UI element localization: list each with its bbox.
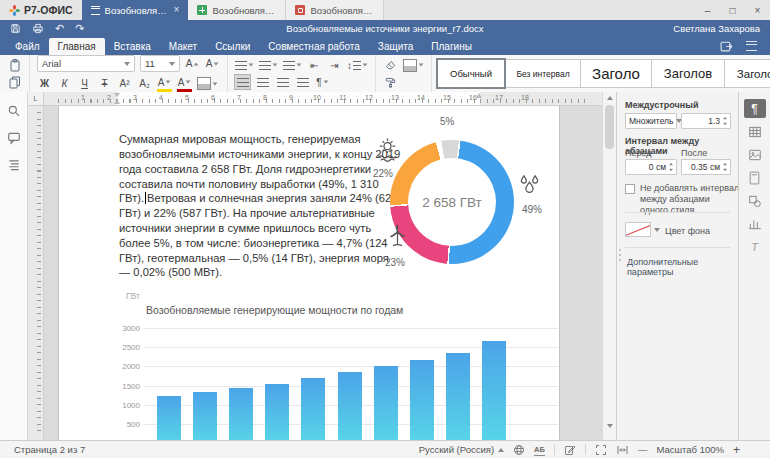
line-spacing-button[interactable]: ↕: [347, 58, 368, 72]
fit-width-button[interactable]: [616, 444, 629, 456]
bold-button[interactable]: Ж: [37, 77, 52, 91]
save-icon[interactable]: [10, 23, 21, 34]
spin-down-icon[interactable]: [723, 168, 727, 171]
open-file-location-icon[interactable]: [720, 41, 733, 52]
ribbon-tab[interactable]: Защита: [369, 38, 422, 55]
paragraph-shading-button[interactable]: [403, 58, 424, 72]
justify-button[interactable]: [295, 75, 310, 89]
spin-down-icon[interactable]: [669, 168, 673, 171]
same-style-checkbox[interactable]: [625, 184, 635, 194]
increase-font-button[interactable]: А: [185, 57, 200, 71]
spin-down-icon[interactable]: [723, 122, 727, 125]
paragraph[interactable]: Суммарная мировая мощность, генерируемая…: [119, 132, 401, 280]
decrease-indent-button[interactable]: ⇤: [307, 58, 322, 72]
align-center-button[interactable]: [255, 75, 270, 89]
image-settings-button[interactable]: [744, 145, 766, 164]
set-language-button[interactable]: [513, 444, 525, 456]
bar-chart[interactable]: ГВт Возобновляемые генерирующие мощности…: [114, 291, 579, 440]
nonprinting-chars-button[interactable]: ¶: [315, 75, 330, 89]
numbered-list-button[interactable]: [259, 58, 278, 72]
spellcheck-button[interactable]: АБ: [534, 445, 545, 454]
style-normal[interactable]: Обычный: [436, 58, 506, 89]
style-heading3[interactable]: Заголовс: [724, 59, 770, 88]
fit-page-button[interactable]: [595, 444, 607, 456]
style-heading1[interactable]: Заголо: [580, 59, 652, 88]
spin-up-icon[interactable]: [723, 163, 727, 166]
line-spacing-value-spinner[interactable]: 1.3: [681, 113, 731, 129]
style-heading2[interactable]: Заголов: [651, 59, 725, 88]
spin-up-icon[interactable]: [723, 117, 727, 120]
text-shading-button[interactable]: [197, 77, 218, 91]
strikeout-button[interactable]: Ŧ: [97, 77, 112, 91]
zoom-out-button[interactable]: —: [638, 444, 648, 455]
italic-button[interactable]: К: [57, 77, 72, 91]
background-color-swatch[interactable]: [625, 222, 651, 237]
language-select[interactable]: Русский (Россия): [419, 444, 504, 455]
tab-close-icon[interactable]: ×: [174, 5, 180, 15]
style-no-spacing[interactable]: Без интервал: [505, 59, 581, 88]
paragraph-settings-button[interactable]: ¶: [744, 99, 766, 118]
right-indent-marker[interactable]: [476, 93, 482, 98]
print-icon[interactable]: [32, 23, 44, 34]
panel-resize-grip[interactable]: [618, 238, 622, 272]
search-button[interactable]: [7, 104, 21, 118]
maximize-button[interactable]: □: [720, 1, 745, 20]
bullet-list-button[interactable]: [235, 58, 254, 72]
close-button[interactable]: ×: [745, 1, 770, 20]
tab-presentation[interactable]: Возобновляем...: [286, 0, 384, 20]
ribbon-tab[interactable]: Плагины: [422, 38, 481, 55]
navigation-button[interactable]: [7, 158, 21, 172]
text-art-settings-button[interactable]: Т: [744, 237, 766, 256]
font-color-button[interactable]: А: [177, 75, 192, 92]
multilevel-list-button[interactable]: [283, 58, 302, 72]
tab-stop-selector[interactable]: L: [28, 92, 44, 106]
subscript-button[interactable]: А₂: [137, 77, 152, 91]
font-size-select[interactable]: 11: [140, 55, 180, 72]
highlight-color-button[interactable]: А: [157, 75, 172, 92]
scroll-up-arrow[interactable]: [603, 92, 616, 104]
donut-chart[interactable]: 2 658 ГВт 5% 49% 23% 22%: [362, 114, 567, 296]
view-settings-icon[interactable]: [746, 41, 757, 51]
ribbon-tab[interactable]: Вставка: [105, 38, 160, 55]
line-spacing-mode-select[interactable]: Множитель: [625, 113, 677, 129]
ribbon-tab[interactable]: Файл: [6, 38, 49, 55]
table-settings-button[interactable]: [744, 122, 766, 141]
minimize-button[interactable]: –: [695, 1, 720, 20]
header-footer-settings-button[interactable]: [744, 168, 766, 187]
document-page[interactable]: Суммарная мировая мощность, генерируемая…: [58, 106, 560, 440]
increase-indent-button[interactable]: ⇥: [327, 58, 342, 72]
shape-settings-button[interactable]: [744, 191, 766, 210]
indent-marker[interactable]: [114, 93, 121, 104]
undo-icon[interactable]: ↶: [55, 23, 64, 34]
tab-spreadsheet[interactable]: Возобновляем...: [188, 0, 286, 20]
redo-icon[interactable]: ↷: [75, 23, 84, 34]
comments-button[interactable]: [7, 131, 21, 145]
chevron-down-icon[interactable]: [654, 228, 660, 232]
ribbon-tab[interactable]: Главная: [49, 38, 105, 55]
document-scrollbar[interactable]: [602, 92, 616, 440]
zoom-in-button[interactable]: +: [733, 443, 740, 457]
font-name-select[interactable]: Arial: [37, 55, 135, 72]
underline-button[interactable]: Ч: [77, 77, 92, 91]
track-changes-button[interactable]: [564, 444, 576, 456]
ribbon-tab[interactable]: Совместная работа: [259, 38, 369, 55]
page-indicator: Страница 2 из 7: [14, 444, 85, 455]
ribbon-tab[interactable]: Ссылки: [206, 38, 259, 55]
decrease-font-button[interactable]: А: [205, 57, 220, 71]
spacing-after-spinner[interactable]: 0.35 см: [681, 159, 731, 175]
scrollbar-thumb[interactable]: [605, 105, 614, 149]
spin-up-icon[interactable]: [669, 163, 673, 166]
paste-button[interactable]: [7, 58, 22, 72]
align-right-button[interactable]: [275, 75, 290, 89]
align-left-button[interactable]: [235, 75, 250, 89]
clear-style-button[interactable]: [383, 58, 398, 72]
copy-style-button[interactable]: [383, 75, 398, 89]
tab-document[interactable]: Возобновляем... ×: [82, 0, 189, 20]
ribbon-tab[interactable]: Макет: [160, 38, 206, 55]
chart-settings-button[interactable]: [744, 214, 766, 233]
superscript-button[interactable]: А²: [117, 77, 132, 91]
scroll-down-arrow[interactable]: [603, 420, 616, 432]
copy-button[interactable]: [7, 75, 22, 89]
spacing-before-spinner[interactable]: 0 см: [625, 159, 677, 175]
advanced-settings-link[interactable]: Дополнительные параметры: [627, 257, 738, 277]
